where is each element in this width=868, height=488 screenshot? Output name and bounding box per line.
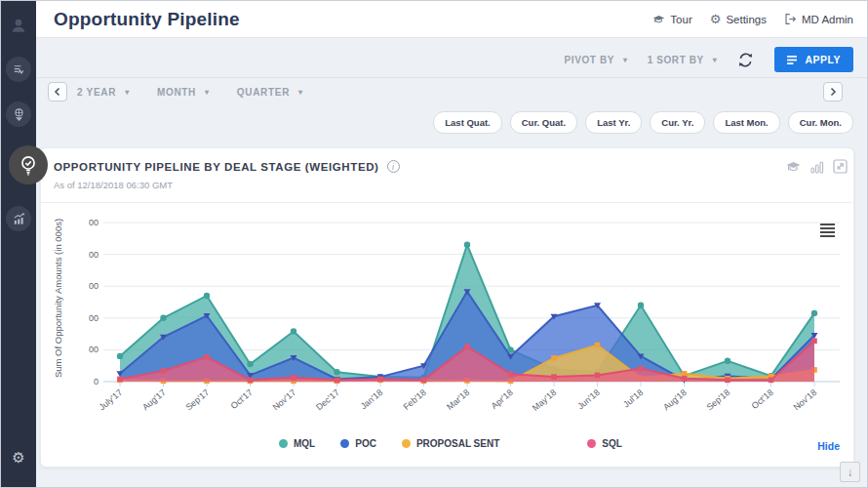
pipeline-area-chart[interactable]: 0100200300400500July'17Aug'17Sep'17Oct'1…: [89, 216, 845, 426]
svg-text:May'18: May'18: [531, 387, 558, 413]
svg-text:500: 500: [89, 218, 99, 227]
svg-text:300: 300: [89, 281, 99, 291]
gear-icon: ⚙: [710, 12, 722, 26]
filter-last-quarter[interactable]: Last Quat.: [433, 111, 501, 134]
pivot-by-dropdown[interactable]: PIVOT BY▾: [565, 55, 628, 65]
card-divider: [41, 202, 851, 203]
apply-label: APPLY: [805, 54, 841, 65]
legend-item-sql[interactable]: SQL: [587, 438, 622, 449]
svg-text:July'17: July'17: [98, 387, 125, 412]
svg-text:400: 400: [89, 250, 99, 260]
toolbar: PIVOT BY▾ 1 SORT BY▾ APPLY: [565, 45, 853, 74]
next-period-button[interactable]: [823, 82, 843, 102]
svg-text:Oct'18: Oct'18: [750, 387, 775, 411]
legend-item-poc[interactable]: POC: [340, 438, 376, 449]
settings-button[interactable]: ⚙ Settings: [710, 12, 767, 26]
filter-current-quarter[interactable]: Cur. Quat.: [510, 111, 577, 134]
svg-text:Jan'18: Jan'18: [359, 387, 385, 412]
activity-log-icon[interactable]: [6, 57, 31, 82]
poc-color-dot: [340, 439, 349, 448]
filter-current-year[interactable]: Cur. Yr.: [650, 111, 705, 134]
range-dropdown-2year[interactable]: 2 YEAR▾: [77, 87, 130, 98]
svg-text:Feb'18: Feb'18: [401, 387, 427, 412]
app-window: ⚙ Opportunity Pipeline Tour ⚙ Settings M…: [0, 0, 868, 488]
svg-text:Jul'18: Jul'18: [621, 387, 645, 410]
top-header: Opportunity Pipeline Tour ⚙ Settings MD …: [36, 1, 867, 38]
apply-button[interactable]: APPLY: [774, 47, 853, 72]
header-menu: Tour ⚙ Settings MD Admin: [652, 12, 853, 26]
time-range-dropdowns: 2 YEAR▾ MONTH▾ QUARTER▾: [77, 82, 303, 102]
growth-chart-icon[interactable]: [6, 206, 31, 231]
sidebar-settings-gear-icon[interactable]: ⚙: [6, 445, 31, 470]
svg-text:Jun'18: Jun'18: [575, 387, 602, 412]
range-dropdown-month[interactable]: MONTH▾: [157, 87, 210, 98]
page-title: Opportunity Pipeline: [54, 9, 240, 30]
svg-text:Dec'17: Dec'17: [314, 387, 341, 412]
chevron-down-icon: ▾: [298, 88, 303, 97]
list-icon: [787, 56, 798, 64]
svg-text:Aug'17: Aug'17: [140, 387, 168, 412]
chart-type-icon[interactable]: [810, 160, 824, 174]
account-menu[interactable]: MD Admin: [784, 13, 853, 25]
svg-text:100: 100: [89, 345, 99, 354]
svg-text:Sep'17: Sep'17: [184, 387, 212, 412]
expand-icon[interactable]: [833, 159, 848, 174]
chart-card-actions: [785, 159, 848, 174]
sidebar: ⚙: [1, 1, 36, 487]
tour-label: Tour: [670, 14, 691, 25]
sort-by-dropdown[interactable]: 1 SORT BY▾: [648, 55, 718, 65]
y-axis-title: Sum Of Opportunity Amounts (in 000s): [53, 186, 63, 411]
chevron-down-icon: ▾: [125, 88, 130, 97]
as-of-timestamp: As of 12/18/2018 06:30 GMT: [54, 180, 173, 190]
proposal-sent-color-dot: [402, 439, 411, 448]
info-icon[interactable]: i: [387, 160, 400, 173]
quick-filters: Last Quat. Cur. Quat. Last Yr. Cur. Yr. …: [433, 111, 853, 134]
prev-period-button[interactable]: [48, 82, 67, 102]
chevron-down-icon: ▾: [623, 56, 628, 64]
learn-graduation-cap-icon[interactable]: [785, 160, 802, 174]
settings-label: Settings: [726, 14, 767, 25]
range-dropdown-quarter[interactable]: QUARTER▾: [237, 87, 303, 98]
account-label: MD Admin: [802, 14, 853, 25]
filter-last-year[interactable]: Last Yr.: [585, 111, 642, 134]
hide-link[interactable]: Hide: [817, 440, 840, 452]
svg-text:Oct'17: Oct'17: [229, 387, 255, 411]
svg-text:Aug'18: Aug'18: [661, 387, 689, 412]
section-divider: [36, 77, 867, 78]
sql-color-dot: [587, 439, 596, 448]
filter-current-month[interactable]: Cur. Mon.: [788, 111, 853, 134]
filter-last-month[interactable]: Last Mon.: [713, 111, 779, 134]
chevron-down-icon: ▾: [205, 88, 210, 97]
svg-text:0: 0: [94, 377, 99, 386]
svg-text:Mar'18: Mar'18: [445, 387, 471, 412]
mql-color-dot: [279, 439, 288, 448]
globe-funnel-icon[interactable]: [6, 102, 31, 127]
user-avatar-icon[interactable]: [6, 13, 31, 38]
sign-out-icon: [784, 13, 797, 25]
legend-item-mql[interactable]: MQL: [279, 438, 315, 449]
chevron-down-icon: ▾: [713, 56, 718, 64]
svg-text:Nov'18: Nov'18: [792, 387, 819, 412]
refresh-button[interactable]: [736, 51, 755, 69]
graduation-cap-icon: [652, 14, 665, 25]
svg-text:200: 200: [89, 313, 99, 323]
tour-button[interactable]: Tour: [652, 14, 691, 25]
chart-card-title: OPPORTUNITY PIPELINE BY DEAL STAGE (WEIG…: [54, 161, 379, 173]
svg-text:Apr'18: Apr'18: [490, 387, 515, 411]
svg-text:Nov'17: Nov'17: [271, 387, 298, 412]
scroll-down-button[interactable]: ↓: [840, 462, 860, 482]
svg-text:Sep'18: Sep'18: [705, 387, 732, 412]
legend-item-proposal-sent[interactable]: PROPOSAL SENT: [402, 438, 499, 449]
chart-legend: MQL POC PROPOSAL SENT SQL: [279, 438, 622, 449]
sidebar-item-insights-active[interactable]: [9, 145, 48, 184]
